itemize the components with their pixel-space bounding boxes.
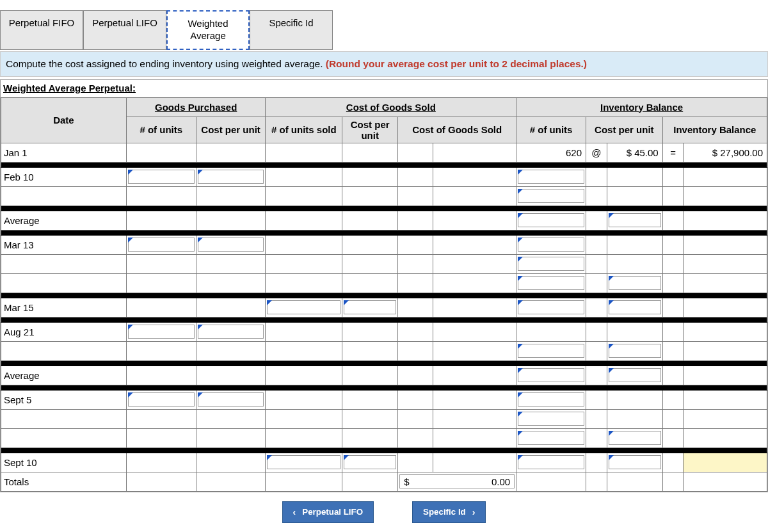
instruction-emphasis: (Round your average cost per unit to 2 d… (326, 58, 587, 69)
col-gp-units: # of units (126, 117, 196, 143)
ib-cost-input[interactable] (607, 298, 662, 317)
date-cell: Totals (1, 472, 127, 491)
col-ib-total: Inventory Balance (662, 117, 767, 143)
gp-cost-input[interactable] (196, 235, 266, 254)
inventory-table: Date Goods Purchased Cost of Goods Sold … (1, 97, 767, 492)
chevron-right-icon: › (472, 507, 476, 517)
gp-units-input[interactable] (126, 390, 196, 409)
ib-cost-input[interactable] (607, 273, 662, 293)
nav-bar: ‹ Perpetual LIFO Specific Id › (0, 492, 768, 533)
row-aug-21-b (1, 341, 767, 360)
chevron-left-icon: ‹ (293, 507, 296, 517)
ib-cost-input[interactable] (607, 211, 662, 230)
ib-units: 620 (516, 143, 586, 162)
equals-symbol: = (662, 143, 684, 162)
date-cell: Average (1, 366, 127, 385)
colgroup-cogs: Cost of Goods Sold (266, 97, 516, 117)
row-aug-21: Aug 21 (1, 322, 767, 341)
cs-units-input[interactable] (266, 453, 342, 472)
cogs-total: $ 0.00 (398, 472, 516, 491)
date-cell: Mar 15 (1, 298, 127, 317)
ib-units-input[interactable] (516, 341, 586, 360)
date-cell: Average (1, 211, 127, 230)
final-balance-cell (684, 453, 767, 472)
ib-units-input[interactable] (516, 167, 586, 186)
cs-cost-input[interactable] (342, 453, 398, 472)
tab-perpetual-lifo[interactable]: Perpetual LIFO (83, 10, 166, 50)
date-cell: Jan 1 (1, 143, 127, 162)
col-cs-cost: Cost per unit (342, 117, 398, 143)
date-cell: Feb 10 (1, 167, 127, 186)
col-cs-total: Cost of Goods Sold (398, 117, 516, 143)
ib-units-input[interactable] (516, 428, 586, 447)
col-gp-cost: Cost per unit (196, 117, 266, 143)
ib-cost: $ 45.00 (607, 143, 662, 162)
ib-units-input[interactable] (516, 366, 586, 385)
ib-units-input[interactable] (516, 235, 586, 254)
row-feb-10-b (1, 186, 767, 206)
tab-specific-id[interactable]: Specific Id (250, 10, 333, 50)
next-label: Specific Id (423, 507, 466, 517)
ib-units-input[interactable] (516, 273, 586, 293)
ib-units-input[interactable] (516, 390, 586, 409)
row-mar-15: Mar 15 (1, 298, 767, 317)
instruction-banner: Compute the cost assigned to ending inve… (0, 51, 768, 77)
col-ib-units: # of units (516, 117, 586, 143)
colgroup-inventory-balance: Inventory Balance (516, 97, 767, 117)
cs-units-input[interactable] (266, 298, 342, 317)
col-cs-units: # of units sold (266, 117, 342, 143)
worksheet-section: Weighted Average Perpetual: Date Goods P… (0, 79, 768, 492)
gp-units-input[interactable] (126, 235, 196, 254)
date-cell: Sept 10 (1, 453, 127, 472)
section-title: Weighted Average Perpetual: (1, 80, 138, 97)
currency-symbol: $ (400, 476, 413, 487)
row-average-1: Average (1, 211, 767, 230)
at-symbol: @ (586, 143, 607, 162)
row-feb-10: Feb 10 (1, 167, 767, 186)
gp-units-input[interactable] (126, 322, 196, 341)
tab-perpetual-fifo[interactable]: Perpetual FIFO (0, 10, 83, 50)
row-sept-5: Sept 5 (1, 390, 767, 409)
row-sept-5-b (1, 409, 767, 428)
prev-label: Perpetual LIFO (302, 507, 363, 517)
row-sept-10: Sept 10 (1, 453, 767, 472)
col-date: Date (1, 97, 127, 143)
row-mar-13-c (1, 273, 767, 293)
colgroup-goods-purchased: Goods Purchased (126, 97, 266, 117)
gp-cost-input[interactable] (196, 322, 266, 341)
tab-bar: Perpetual FIFO Perpetual LIFO Weighted A… (0, 0, 768, 50)
gp-cost-input[interactable] (196, 167, 266, 186)
row-mar-13: Mar 13 (1, 235, 767, 254)
ib-units-input[interactable] (516, 453, 586, 472)
ib-cost-input[interactable] (607, 366, 662, 385)
row-totals: Totals $ 0.00 (1, 472, 767, 491)
row-mar-13-b (1, 254, 767, 273)
ib-units-input[interactable] (516, 298, 586, 317)
ib-units-input[interactable] (516, 211, 586, 230)
date-cell: Mar 13 (1, 235, 127, 254)
gp-units-input[interactable] (126, 167, 196, 186)
ib-units-input[interactable] (516, 186, 586, 206)
date-cell: Aug 21 (1, 322, 127, 341)
row-jan-1: Jan 1 620 @ $ 45.00 = $ 27,900.00 (1, 143, 767, 162)
row-average-2: Average (1, 366, 767, 385)
ib-units-input[interactable] (516, 254, 586, 273)
gp-cost-input[interactable] (196, 390, 266, 409)
col-ib-cost: Cost per unit (586, 117, 663, 143)
cs-cost-input[interactable] (342, 298, 398, 317)
ib-balance: $ 27,900.00 (684, 143, 767, 162)
prev-button[interactable]: ‹ Perpetual LIFO (282, 501, 374, 523)
cogs-value: 0.00 (413, 476, 515, 487)
next-button[interactable]: Specific Id › (412, 501, 486, 523)
ib-cost-input[interactable] (607, 341, 662, 360)
instruction-text: Compute the cost assigned to ending inve… (6, 58, 326, 69)
row-sept-5-c (1, 428, 767, 447)
tab-weighted-average[interactable]: Weighted Average (166, 10, 250, 50)
date-cell: Sept 5 (1, 390, 127, 409)
ib-units-input[interactable] (516, 409, 586, 428)
ib-cost-input[interactable] (607, 428, 662, 447)
ib-cost-input[interactable] (607, 453, 662, 472)
